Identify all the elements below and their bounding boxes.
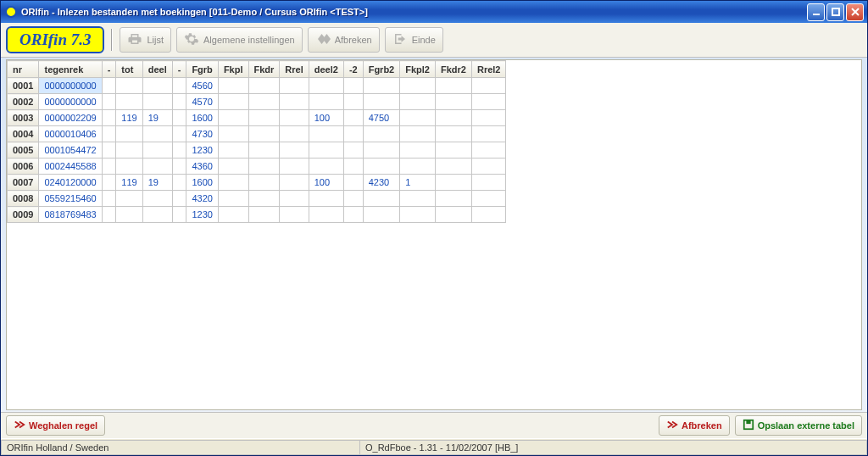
cell-c12[interactable] — [343, 175, 363, 191]
cell-Rrel2[interactable] — [471, 142, 506, 158]
cell-c3[interactable] — [102, 126, 116, 142]
cell-Fgrb2[interactable]: 4230 — [363, 175, 400, 191]
cell-Fkpl2[interactable] — [400, 110, 436, 126]
cell-deel[interactable] — [142, 94, 172, 110]
cell-Fgrb2[interactable] — [363, 126, 400, 142]
cell-Fgrb[interactable]: 4560 — [186, 78, 218, 94]
opslaan-externe-tabel-button[interactable]: Opslaan externe tabel — [735, 415, 862, 436]
column-header[interactable]: Rrel2 — [471, 61, 506, 78]
cell-Fkpl2[interactable] — [400, 126, 436, 142]
cell-tegenrek[interactable]: 0002445588 — [39, 158, 102, 175]
column-header[interactable]: tegenrek — [39, 61, 102, 78]
cell-Fkdr[interactable] — [248, 110, 280, 126]
cell-Rrel[interactable] — [280, 78, 309, 94]
cell-Fkdr[interactable] — [248, 78, 280, 94]
cell-c3[interactable] — [102, 175, 116, 191]
cell-deel[interactable] — [142, 126, 172, 142]
cell-c3[interactable] — [102, 110, 116, 126]
cell-Fkpl[interactable] — [218, 78, 248, 94]
data-grid[interactable]: nrtegenrek-totdeel-FgrbFkplFkdrRreldeel2… — [7, 60, 506, 223]
cell-c3[interactable] — [102, 94, 116, 110]
table-row[interactable]: 000805592154604320 — [8, 191, 506, 207]
cell-Rrel[interactable] — [280, 110, 309, 126]
cell-c3[interactable] — [102, 191, 116, 207]
column-header[interactable]: -2 — [343, 61, 363, 78]
table-row[interactable]: 000500010544721230 — [8, 142, 506, 158]
cell-c6[interactable] — [172, 126, 186, 142]
cell-Fkdr[interactable] — [248, 191, 280, 207]
cell-c6[interactable] — [172, 94, 186, 110]
cell-nr[interactable]: 0006 — [8, 158, 39, 175]
table-row[interactable]: 000908187694831230 — [8, 207, 506, 223]
column-header[interactable]: Fkdr — [248, 61, 280, 78]
cell-Fkpl[interactable] — [218, 142, 248, 158]
cell-Rrel[interactable] — [280, 191, 309, 207]
cell-deel2[interactable]: 100 — [309, 110, 343, 126]
maximize-button[interactable] — [826, 3, 844, 21]
grid-area[interactable]: nrtegenrek-totdeel-FgrbFkplFkdrRreldeel2… — [6, 59, 862, 410]
cell-Rrel2[interactable] — [471, 207, 506, 223]
minimize-button[interactable] — [807, 3, 825, 21]
cell-Fgrb[interactable]: 1230 — [186, 142, 218, 158]
cell-Rrel2[interactable] — [471, 158, 506, 175]
cell-c6[interactable] — [172, 158, 186, 175]
cell-tot[interactable]: 119 — [116, 110, 142, 126]
cell-Fkpl2[interactable] — [400, 158, 436, 175]
cell-Rrel2[interactable] — [471, 126, 506, 142]
cell-nr[interactable]: 0005 — [8, 142, 39, 158]
column-header[interactable]: tot — [116, 61, 142, 78]
cell-deel2[interactable] — [309, 191, 343, 207]
cell-tot[interactable] — [116, 142, 142, 158]
cell-Rrel2[interactable] — [471, 175, 506, 191]
column-header[interactable]: - — [102, 61, 116, 78]
cell-tegenrek[interactable]: 0000010406 — [39, 126, 102, 142]
cell-Fkpl[interactable] — [218, 191, 248, 207]
cell-Fkpl[interactable] — [218, 110, 248, 126]
cell-Rrel[interactable] — [280, 126, 309, 142]
cell-c6[interactable] — [172, 175, 186, 191]
cell-Rrel[interactable] — [280, 142, 309, 158]
cell-c3[interactable] — [102, 142, 116, 158]
cell-Fkdr2[interactable] — [435, 175, 471, 191]
column-header[interactable]: deel — [142, 61, 172, 78]
cell-nr[interactable]: 0007 — [8, 175, 39, 191]
cell-deel2[interactable] — [309, 158, 343, 175]
column-header[interactable]: Fkdr2 — [435, 61, 471, 78]
table-row[interactable]: 000100000000004560 — [8, 78, 506, 94]
cell-Fgrb2[interactable]: 4750 — [363, 110, 400, 126]
cell-nr[interactable]: 0004 — [8, 126, 39, 142]
cell-tegenrek[interactable]: 0818769483 — [39, 207, 102, 223]
cell-Fgrb2[interactable] — [363, 158, 400, 175]
algemene-instellingen-button[interactable]: Algemene instellingen — [176, 27, 303, 53]
weghalen-regel-button[interactable]: Weghalen regel — [6, 415, 105, 436]
cell-c6[interactable] — [172, 191, 186, 207]
afbreken-button[interactable]: Afbreken — [659, 415, 730, 436]
cell-Fkpl2[interactable]: 1 — [400, 175, 436, 191]
cell-c12[interactable] — [343, 191, 363, 207]
cell-Fgrb[interactable]: 1230 — [186, 207, 218, 223]
cell-deel[interactable] — [142, 142, 172, 158]
cell-Rrel2[interactable] — [471, 78, 506, 94]
cell-deel2[interactable] — [309, 78, 343, 94]
cell-deel[interactable] — [142, 158, 172, 175]
cell-deel2[interactable] — [309, 207, 343, 223]
table-row[interactable]: 0007024012000011919160010042301 — [8, 175, 506, 191]
table-row[interactable]: 000400000104064730 — [8, 126, 506, 142]
cell-Fkdr[interactable] — [248, 94, 280, 110]
cell-Fkdr2[interactable] — [435, 126, 471, 142]
table-row[interactable]: 000600024455884360 — [8, 158, 506, 175]
cell-tot[interactable] — [116, 126, 142, 142]
column-header[interactable]: Rrel — [280, 61, 309, 78]
column-header[interactable]: - — [172, 61, 186, 78]
cell-c12[interactable] — [343, 158, 363, 175]
lijst-button[interactable]: Lijst — [120, 27, 171, 53]
cell-c12[interactable] — [343, 94, 363, 110]
cell-nr[interactable]: 0008 — [8, 191, 39, 207]
cell-c12[interactable] — [343, 142, 363, 158]
cell-c12[interactable] — [343, 110, 363, 126]
cell-Fkdr[interactable] — [248, 175, 280, 191]
close-button[interactable] — [846, 3, 864, 21]
cell-tegenrek[interactable]: 0001054472 — [39, 142, 102, 158]
cell-deel2[interactable] — [309, 142, 343, 158]
cell-deel[interactable] — [142, 78, 172, 94]
